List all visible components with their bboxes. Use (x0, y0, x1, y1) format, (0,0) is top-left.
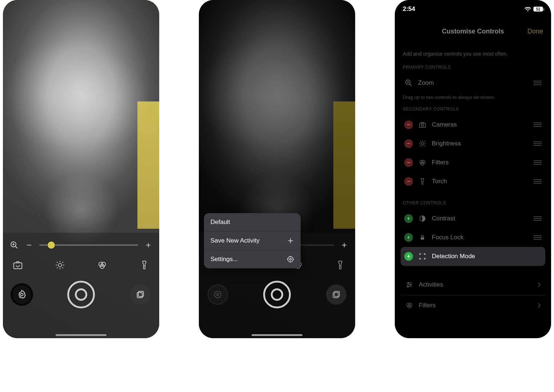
multi-capture-button[interactable] (326, 284, 346, 305)
action-row (9, 281, 153, 308)
controls-panel: − + (3, 233, 159, 338)
svg-point-32 (288, 257, 293, 262)
svg-point-82 (410, 284, 411, 285)
torch-icon[interactable] (334, 259, 346, 271)
filters-icon (418, 159, 427, 167)
svg-line-12 (57, 267, 57, 268)
zoom-minus-button[interactable]: − (25, 240, 33, 250)
hint-text: Add and organise controls you use most o… (403, 51, 543, 57)
drag-handle-icon[interactable] (534, 80, 542, 85)
zoom-slider-row: − + (9, 238, 153, 252)
svg-line-38 (410, 84, 412, 86)
popup-item-save-activity[interactable]: Save New Activity (204, 232, 301, 250)
torch-icon (418, 177, 427, 185)
settings-gear-button[interactable] (208, 284, 228, 305)
row-label: Contrast (432, 215, 529, 222)
row-activities[interactable]: Activities (401, 275, 545, 295)
zoom-plus-button[interactable]: + (144, 240, 153, 250)
torch-icon[interactable] (138, 259, 150, 271)
detection-frame-icon (418, 252, 427, 260)
svg-line-54 (420, 141, 421, 142)
minus-icon: − (407, 160, 410, 165)
home-indicator[interactable] (56, 334, 107, 336)
row-label: Cameras (432, 121, 529, 128)
camera-switch-icon[interactable] (12, 259, 24, 271)
shutter-button[interactable] (263, 281, 291, 308)
brightness-icon (418, 140, 427, 148)
svg-point-18 (21, 293, 23, 296)
row-detection-mode[interactable]: + Detection Mode (401, 247, 545, 266)
row-contrast[interactable]: + Contrast (401, 209, 545, 228)
battery-level: 51 (534, 7, 543, 11)
svg-point-31 (290, 259, 292, 260)
svg-point-45 (421, 124, 423, 126)
multi-capture-button[interactable] (130, 284, 150, 305)
svg-rect-20 (137, 293, 142, 298)
svg-point-5 (58, 263, 61, 267)
screenshot-customise-controls: 2:54 51 Customise Controls Done Add and … (395, 0, 551, 338)
plus-icon: + (407, 235, 410, 240)
done-button[interactable]: Done (527, 28, 543, 35)
row-cameras[interactable]: − Cameras (401, 115, 545, 134)
row-zoom[interactable]: Zoom (401, 73, 545, 92)
row-focus-lock[interactable]: + Focus Lock (401, 228, 545, 247)
popup-item-label: Settings... (210, 256, 238, 263)
zoom-slider-knob[interactable] (48, 241, 55, 249)
row-brightness[interactable]: − Brightness (401, 134, 545, 153)
drag-handle-icon[interactable] (534, 122, 542, 127)
remove-badge[interactable]: − (404, 158, 413, 167)
section-header-secondary: SECONDARY CONTROLS (403, 107, 543, 112)
minus-icon: − (407, 141, 410, 147)
shutter-button[interactable] (67, 281, 95, 308)
zoom-plus-button[interactable]: + (340, 240, 349, 250)
status-time: 2:54 (403, 5, 415, 13)
brightness-icon[interactable] (54, 259, 66, 271)
page-title: Customise Controls (442, 28, 504, 35)
add-badge[interactable]: + (404, 233, 413, 242)
popup-item-label: Default (210, 219, 230, 226)
row-label: Torch (432, 178, 529, 185)
lock-icon (418, 234, 427, 241)
add-badge[interactable]: + (404, 252, 413, 261)
chevron-right-icon (537, 303, 541, 308)
svg-point-25 (217, 293, 219, 296)
drag-handle-icon[interactable] (534, 141, 542, 146)
svg-line-55 (424, 145, 425, 146)
row-filters[interactable]: − Filters (401, 153, 545, 172)
action-row (205, 281, 349, 308)
svg-point-49 (421, 142, 423, 145)
plus-icon (287, 237, 294, 244)
row-label: Brightness (432, 140, 529, 147)
svg-line-11 (62, 267, 63, 268)
row-torch[interactable]: − Torch (401, 172, 545, 191)
remove-badge[interactable]: − (404, 120, 413, 129)
zoom-search-plus-icon (9, 240, 19, 250)
section-header-primary: PRIMARY CONTROLS (403, 65, 543, 70)
remove-badge[interactable]: − (404, 177, 413, 186)
popup-item-settings[interactable]: Settings... (204, 250, 301, 268)
settings-gear-button[interactable] (12, 284, 32, 305)
zoom-search-plus-icon (404, 79, 413, 87)
shutter-inner-ring (75, 288, 87, 301)
remove-badge[interactable]: − (404, 139, 413, 148)
drag-handle-icon[interactable] (534, 179, 542, 184)
row-label: Filters (432, 159, 529, 166)
svg-rect-28 (333, 293, 338, 298)
row-filters-nav[interactable]: Filters (401, 295, 545, 316)
svg-rect-27 (334, 291, 340, 296)
zoom-slider[interactable] (39, 244, 138, 246)
drag-handle-icon[interactable] (534, 160, 542, 165)
plus-icon: + (407, 253, 410, 259)
settings-popup-menu: Default Save New Activity Settings... (204, 213, 301, 268)
filters-icon[interactable] (96, 259, 108, 271)
drag-handle-icon[interactable] (534, 235, 542, 240)
svg-point-26 (214, 291, 221, 298)
filters-icon (405, 301, 414, 309)
nav-header: Customise Controls Done (395, 23, 551, 40)
drag-handle-icon[interactable] (534, 216, 542, 221)
popup-item-default[interactable]: Default (204, 213, 301, 231)
add-badge[interactable]: + (404, 214, 413, 223)
home-indicator[interactable] (252, 334, 302, 336)
minus-icon: − (407, 179, 410, 184)
settings-list[interactable]: Add and organise controls you use most o… (395, 44, 551, 338)
